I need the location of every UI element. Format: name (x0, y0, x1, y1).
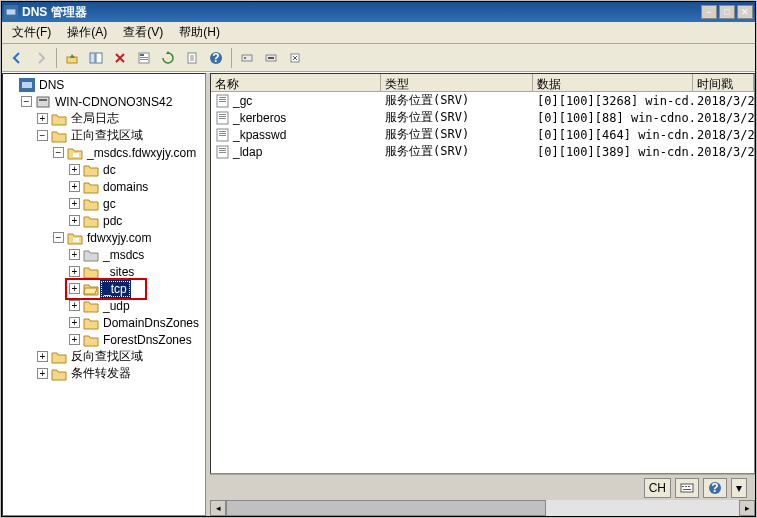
svg-rect-19 (37, 97, 49, 107)
expand-icon[interactable]: + (69, 334, 80, 345)
scroll-left-arrow[interactable]: ◂ (210, 500, 226, 516)
close-button[interactable]: ✕ (737, 5, 753, 19)
record-icon (215, 145, 231, 159)
cell-data: [0][100][389] win-cdn... (533, 145, 693, 159)
expand-icon[interactable]: + (69, 164, 80, 175)
export-button[interactable] (181, 47, 203, 69)
help-button[interactable]: ? (205, 47, 227, 69)
expand-icon[interactable]: + (69, 249, 80, 260)
menu-view[interactable]: 查看(V) (117, 22, 169, 43)
folder-icon (83, 197, 99, 211)
expand-icon[interactable]: + (37, 113, 48, 124)
tree-root-dns[interactable]: DNS (5, 76, 205, 93)
cell-type: 服务位置(SRV) (381, 92, 533, 109)
delete-button[interactable] (109, 47, 131, 69)
svg-rect-37 (219, 150, 226, 151)
folder-icon (51, 350, 67, 364)
svg-text:?: ? (711, 481, 718, 495)
tool-extra-2[interactable] (260, 47, 282, 69)
menu-help[interactable]: 帮助(H) (173, 22, 226, 43)
ime-ch-button[interactable]: CH (644, 478, 671, 498)
cell-time: 2018/3/2 1 (693, 128, 754, 142)
svg-rect-43 (683, 489, 691, 490)
folder-icon (83, 163, 99, 177)
expand-icon[interactable]: + (69, 283, 80, 294)
tree-global-logs[interactable]: + 全局日志 (37, 110, 205, 127)
collapse-icon[interactable]: − (53, 232, 64, 243)
show-hide-tree-button[interactable] (85, 47, 107, 69)
table-row[interactable]: _ldap服务位置(SRV)[0][100][389] win-cdn...20… (211, 143, 754, 160)
collapse-icon[interactable]: − (37, 130, 48, 141)
record-icon (215, 128, 231, 142)
expand-icon[interactable]: + (69, 215, 80, 226)
tree-folder-sites[interactable]: +_sites (69, 263, 205, 280)
expand-icon[interactable]: + (69, 198, 80, 209)
expand-icon[interactable]: + (69, 300, 80, 311)
expand-icon[interactable]: + (37, 351, 48, 362)
maximize-button[interactable]: □ (719, 5, 735, 19)
horizontal-scrollbar[interactable]: ◂ ▸ (210, 500, 755, 516)
table-row[interactable]: _kerberos服务位置(SRV)[0][100][88] win-cdno.… (211, 109, 754, 126)
tree-folder-udp[interactable]: +_udp (69, 297, 205, 314)
refresh-button[interactable] (157, 47, 179, 69)
column-data[interactable]: 数据 (533, 74, 693, 91)
svg-rect-12 (242, 55, 252, 61)
back-button[interactable] (6, 47, 28, 69)
column-timestamp[interactable]: 时间戳 (693, 74, 754, 91)
ime-help-button[interactable]: ? (703, 478, 727, 498)
svg-rect-21 (73, 153, 79, 157)
menu-file[interactable]: 文件(F) (6, 22, 57, 43)
tree-reverse-zones[interactable]: + 反向查找区域 (37, 348, 205, 365)
column-name[interactable]: 名称 (211, 74, 381, 91)
ime-keyboard-button[interactable] (675, 478, 699, 498)
tree-server[interactable]: − WIN-CDNONO3NS42 (21, 93, 205, 110)
expand-icon[interactable]: + (69, 317, 80, 328)
folder-icon (83, 333, 99, 347)
tree-zone-fdwxyjy[interactable]: − fdwxyjy.com (53, 229, 205, 246)
cell-time: 2018/3/2 1 (693, 111, 754, 125)
tree-folder-forestdnszones[interactable]: +ForestDnsZones (69, 331, 205, 348)
tree-forward-zones[interactable]: − 正向查找区域 (37, 127, 205, 144)
column-type[interactable]: 类型 (381, 74, 533, 91)
scroll-right-arrow[interactable]: ▸ (739, 500, 755, 516)
list-pane[interactable]: 名称 类型 数据 时间戳 _gc服务位置(SRV)[0][100][3268] … (210, 73, 755, 474)
cell-time: 2018/3/2 1 (693, 145, 754, 159)
svg-rect-24 (219, 97, 226, 98)
tree-pane[interactable]: DNS − WIN-CDNONO3NS42 (2, 73, 206, 516)
tree-folder-pdc[interactable]: +pdc (69, 212, 205, 229)
forward-button[interactable] (30, 47, 52, 69)
tree-folder-tcp[interactable]: +_tcp (69, 280, 205, 297)
svg-rect-25 (219, 99, 226, 100)
tool-extra-1[interactable] (236, 47, 258, 69)
up-button[interactable] (61, 47, 83, 69)
tool-extra-3[interactable] (284, 47, 306, 69)
tree-conditional-forwarders[interactable]: + 条件转发器 (37, 365, 205, 382)
ime-options-button[interactable]: ▾ (731, 478, 747, 498)
expand-icon[interactable]: + (37, 368, 48, 379)
titlebar[interactable]: DNS 管理器 − □ ✕ (2, 2, 755, 22)
tree-zone-msdcs[interactable]: − _msdcs.fdwxyjy.com (53, 144, 205, 161)
svg-rect-1 (7, 9, 16, 14)
properties-button[interactable] (133, 47, 155, 69)
tree-folder-msdcs2[interactable]: +_msdcs (69, 246, 205, 263)
minimize-button[interactable]: − (701, 5, 717, 19)
svg-rect-22 (73, 238, 79, 242)
collapse-icon[interactable]: − (53, 147, 64, 158)
tree-folder-domains[interactable]: +domains (69, 178, 205, 195)
toolbar-separator (56, 48, 57, 68)
collapse-icon[interactable]: − (21, 96, 32, 107)
expand-icon[interactable]: + (69, 181, 80, 192)
table-row[interactable]: _kpasswd服务位置(SRV)[0][100][464] win-cdn..… (211, 126, 754, 143)
scroll-thumb[interactable] (226, 500, 546, 516)
tree-folder-gc[interactable]: +gc (69, 195, 205, 212)
menu-action[interactable]: 操作(A) (61, 22, 113, 43)
folder-icon (51, 112, 67, 126)
table-row[interactable]: _gc服务位置(SRV)[0][100][3268] win-cd...2018… (211, 92, 754, 109)
svg-rect-6 (140, 54, 144, 56)
tree-folder-dc[interactable]: +dc (69, 161, 205, 178)
expand-icon[interactable]: + (69, 266, 80, 277)
folder-open-icon (83, 282, 99, 296)
svg-point-13 (244, 57, 246, 59)
tree-folder-domaindnszones[interactable]: +DomainDnsZones (69, 314, 205, 331)
svg-rect-30 (219, 118, 226, 119)
